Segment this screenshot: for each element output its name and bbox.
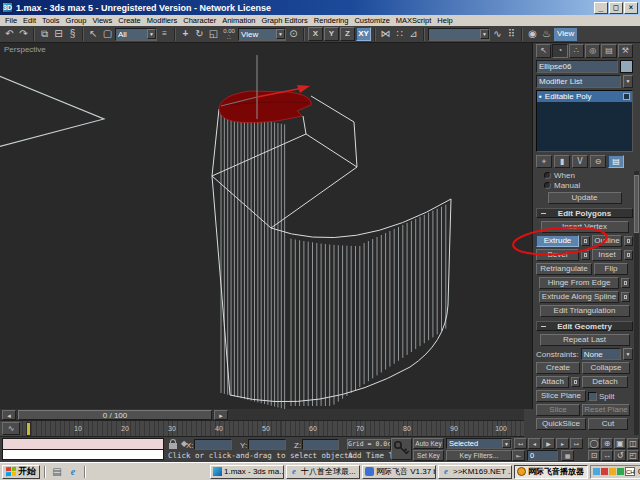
- close-button[interactable]: ×: [624, 2, 638, 14]
- task-button-feiyin[interactable]: 网际飞音 V1.37 bu...: [362, 465, 436, 479]
- object-name-field[interactable]: Ellipse06: [536, 60, 618, 73]
- key-mode-toggle-icon[interactable]: ⇤: [512, 450, 525, 461]
- chevron-down-icon[interactable]: ▼: [623, 75, 633, 88]
- track-bar[interactable]: ∿ 10 20 30 40 50 60 70 80 90 100: [0, 421, 524, 437]
- zoom-icon[interactable]: ◯: [588, 438, 600, 449]
- time-slider[interactable]: ◂ 0 / 100 ▸: [0, 409, 524, 421]
- curve-editor-icon[interactable]: ∿: [491, 27, 504, 41]
- key-mode-dropdown[interactable]: Selected ▼: [446, 438, 512, 449]
- menu-character[interactable]: Character: [180, 16, 219, 25]
- panel-scrollbar[interactable]: [634, 171, 639, 435]
- menu-customize[interactable]: Customize: [351, 16, 392, 25]
- task-button-browser2[interactable]: e >>KM169.NET ...: [438, 465, 512, 479]
- outline-settings-icon[interactable]: [624, 236, 633, 246]
- tab-display-icon[interactable]: ▤: [601, 44, 616, 58]
- split-checkbox[interactable]: [588, 392, 597, 401]
- chevron-down-icon[interactable]: ▼: [147, 29, 156, 39]
- tab-hierarchy-icon[interactable]: ∴: [569, 44, 584, 58]
- play-button[interactable]: ▶: [542, 438, 555, 449]
- tab-utilities-icon[interactable]: ⚒: [618, 44, 633, 58]
- selection-filter-dropdown[interactable]: All ▼: [115, 28, 157, 41]
- percent-snap-icon[interactable]: 0.00 ∴: [221, 28, 237, 40]
- collapse-button[interactable]: Collapse: [582, 362, 630, 374]
- extrude-along-spline-settings-icon[interactable]: [621, 292, 630, 302]
- constraints-dropdown[interactable]: None: [581, 348, 621, 360]
- tab-create-icon[interactable]: ↖: [536, 44, 551, 58]
- tray-icon-1[interactable]: [593, 468, 600, 475]
- mirror-icon[interactable]: ⋈: [379, 27, 392, 41]
- menu-edit[interactable]: Edit: [20, 16, 39, 25]
- menu-rendering[interactable]: Rendering: [311, 16, 352, 25]
- task-button-player-active[interactable]: 网际飞音播放器: [514, 465, 588, 479]
- extrude-button[interactable]: Extrude: [536, 235, 579, 247]
- bind-spacewarp-icon[interactable]: §: [66, 27, 79, 41]
- slice-button[interactable]: Slice: [536, 404, 580, 416]
- restrict-y-button[interactable]: Y: [324, 27, 339, 41]
- bevel-settings-icon[interactable]: [581, 250, 590, 260]
- coord-system-dropdown[interactable]: View ▼: [238, 28, 286, 41]
- restrict-x-button[interactable]: X: [308, 27, 323, 41]
- select-scale-icon[interactable]: ◱: [207, 27, 220, 41]
- configure-modifier-sets-icon[interactable]: ▤: [608, 155, 624, 168]
- quickslice-button[interactable]: QuickSlice: [536, 418, 586, 430]
- repeat-last-button[interactable]: Repeat Last: [540, 334, 630, 346]
- show-end-result-icon[interactable]: ▮: [554, 155, 570, 168]
- menu-animation[interactable]: Animation: [219, 16, 258, 25]
- attach-settings-icon[interactable]: [571, 377, 580, 387]
- tray-icon-4[interactable]: [617, 468, 624, 475]
- min-max-toggle-icon[interactable]: ◰: [627, 450, 639, 461]
- panel-scrollbar-thumb[interactable]: [634, 175, 639, 233]
- show-desktop-icon[interactable]: ▤: [50, 465, 64, 478]
- array-icon[interactable]: ∷: [393, 27, 406, 41]
- minimize-button[interactable]: _: [594, 2, 608, 14]
- render-type-box[interactable]: View: [554, 28, 577, 41]
- named-selection-dropdown[interactable]: ▼: [428, 28, 490, 41]
- auto-key-button[interactable]: Auto Key: [413, 438, 444, 449]
- modifier-list-dropdown[interactable]: Modifier List: [536, 75, 621, 88]
- y-coord-field[interactable]: [248, 439, 286, 450]
- hinge-settings-icon[interactable]: [621, 278, 630, 288]
- set-key-button[interactable]: Set Key: [413, 450, 444, 461]
- material-editor-icon[interactable]: ◉: [526, 27, 539, 41]
- maxscript-macro-recorder[interactable]: [2, 438, 164, 449]
- reset-plane-button[interactable]: Reset Plane: [582, 404, 630, 416]
- attach-button[interactable]: Attach: [536, 376, 569, 388]
- time-forward-button[interactable]: ▸: [214, 410, 228, 420]
- menu-group[interactable]: Group: [63, 16, 90, 25]
- inset-button[interactable]: Inset: [592, 249, 622, 261]
- restrict-z-button[interactable]: Z: [340, 27, 355, 41]
- update-when-radio[interactable]: When: [544, 171, 633, 180]
- perspective-viewport[interactable]: Perspective: [0, 43, 533, 409]
- use-center-icon[interactable]: ⊙: [287, 27, 300, 41]
- menu-tools[interactable]: Tools: [39, 16, 63, 25]
- menu-help[interactable]: Help: [434, 16, 455, 25]
- next-frame-button[interactable]: ▸: [556, 438, 569, 449]
- task-button-browser1[interactable]: e 十八首全球最...: [286, 465, 360, 479]
- zoom-extents-icon[interactable]: ▣: [614, 438, 626, 449]
- flip-button[interactable]: Flip: [594, 263, 628, 275]
- current-frame-marker[interactable]: [26, 422, 31, 436]
- z-coord-field[interactable]: [302, 439, 339, 450]
- language-indicator[interactable]: CH: [625, 467, 635, 476]
- modifier-stack[interactable]: ▪ Editable Poly: [536, 90, 633, 152]
- selection-lock-icon[interactable]: [169, 443, 177, 449]
- x-coord-field[interactable]: [194, 439, 232, 450]
- go-to-start-button[interactable]: ↤: [514, 438, 527, 449]
- time-slider-handle[interactable]: 0 / 100: [18, 410, 212, 420]
- edit-triangulation-button[interactable]: Edit Triangulation: [540, 305, 630, 317]
- schematic-view-icon[interactable]: ⠿: [505, 27, 518, 41]
- set-keys-button[interactable]: [391, 438, 412, 460]
- retriangulate-button[interactable]: Retriangulate: [536, 263, 592, 275]
- rollout-edit-geometry[interactable]: Edit Geometry: [536, 321, 633, 331]
- menu-graph-editors[interactable]: Graph Editors: [259, 16, 311, 25]
- time-back-button[interactable]: ◂: [2, 410, 16, 420]
- detach-button[interactable]: Detach: [582, 376, 628, 388]
- stack-onoff-icon[interactable]: [623, 93, 630, 100]
- extrude-settings-icon[interactable]: [581, 236, 590, 246]
- mini-curve-editor-icon[interactable]: ∿: [2, 422, 20, 435]
- menu-file[interactable]: File: [2, 16, 20, 25]
- extrude-along-spline-button[interactable]: Extrude Along Spline: [539, 291, 619, 303]
- render-icon[interactable]: ♨: [540, 27, 553, 41]
- internet-explorer-icon[interactable]: e: [66, 465, 80, 478]
- select-move-icon[interactable]: +: [179, 27, 192, 41]
